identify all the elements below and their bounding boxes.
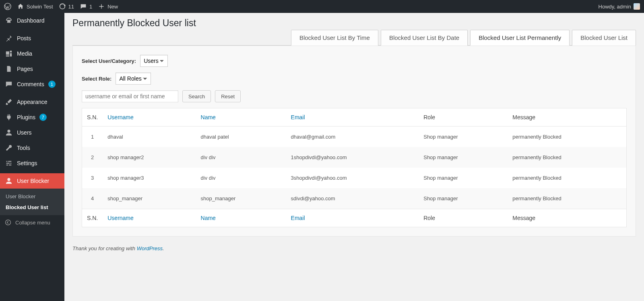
menu-user-blocker[interactable]: User Blocker [0, 173, 64, 189]
sort-email[interactable]: Email [291, 114, 305, 120]
th-username: Username [103, 108, 196, 127]
select-user-category-label: Select User/Category: [82, 58, 136, 64]
comments-badge: 1 [48, 81, 56, 88]
menu-comments[interactable]: Comments 1 [0, 77, 64, 92]
tab-strip: Blocked User List By TimeBlocked User Li… [72, 29, 636, 46]
pin-icon [5, 34, 13, 42]
th-sn: S.N. [82, 108, 103, 127]
select-role[interactable]: All Roles [116, 73, 151, 85]
sort-name-foot[interactable]: Name [201, 215, 216, 221]
cell-message: permanently Blocked [508, 168, 626, 188]
user-blocker-submenu: User Blocker Blocked User list [0, 189, 64, 215]
menu-user-blocker-label: User Blocker [17, 178, 49, 184]
menu-tools-label: Tools [17, 145, 30, 151]
user-icon [5, 177, 13, 185]
site-link[interactable]: Solwin Test [17, 3, 53, 10]
admin-sidebar: Dashboard Posts Media Pages Comments 1 A… [0, 13, 64, 260]
tab-3[interactable]: Blocked User List [572, 30, 636, 46]
admin-topbar: Solwin Test 11 1 New Howdy, admin [0, 0, 644, 13]
search-input[interactable] [82, 90, 178, 102]
tab-2[interactable]: Blocked User List Permanently [470, 30, 570, 46]
menu-media[interactable]: Media [0, 46, 64, 61]
page-icon [5, 65, 13, 73]
sort-username[interactable]: Username [107, 114, 134, 120]
cell-message: permanently Blocked [508, 188, 626, 209]
menu-appearance-label: Appearance [17, 99, 47, 105]
howdy-text: Howdy, admin [599, 4, 631, 10]
menu-posts[interactable]: Posts [0, 31, 64, 46]
brush-icon [5, 98, 13, 106]
menu-plugins[interactable]: Plugins 7 [0, 110, 64, 125]
tf-name: Name [196, 209, 286, 227]
submenu-blocked-list[interactable]: Blocked User list [0, 202, 64, 213]
cell-name: dhaval patel [196, 127, 286, 147]
updates-count: 11 [68, 4, 74, 10]
footer-prefix: Thank you for creating with [72, 245, 137, 251]
plus-icon [98, 3, 105, 10]
sort-name[interactable]: Name [201, 114, 216, 120]
menu-pages[interactable]: Pages [0, 61, 64, 77]
submenu-user-blocker[interactable]: User Blocker [0, 191, 64, 202]
menu-users[interactable]: Users [0, 125, 64, 140]
tf-role: Role [419, 209, 508, 227]
menu-appearance[interactable]: Appearance [0, 94, 64, 110]
menu-plugins-label: Plugins [17, 114, 35, 120]
cell-message: permanently Blocked [508, 127, 626, 147]
cell-username: shop manager3 [103, 168, 196, 188]
updates-link[interactable]: 11 [59, 3, 74, 10]
footer: Thank you for creating with WordPress. [64, 237, 644, 260]
tf-message: Message [508, 209, 626, 227]
menu-settings-label: Settings [17, 160, 37, 166]
filter-card: Select User/Category: Users Select Role:… [72, 46, 636, 237]
tf-email: Email [286, 209, 419, 227]
page-title: Permanently Blocked User list [72, 13, 636, 32]
cell-username: shop_manager [103, 188, 196, 209]
menu-settings[interactable]: Settings [0, 156, 64, 171]
menu-media-label: Media [17, 50, 32, 57]
cell-sn: 1 [82, 127, 103, 147]
footer-suffix: . [163, 245, 164, 251]
wordpress-icon [4, 3, 11, 10]
reset-button[interactable]: Reset [215, 90, 241, 102]
tf-username: Username [103, 209, 196, 227]
cell-email: 1shopdivdi@yahoo.com [286, 147, 419, 168]
plugins-badge: 7 [39, 114, 47, 121]
wp-logo[interactable] [4, 3, 11, 10]
th-role: Role [419, 108, 508, 127]
cell-role: Shop manager [419, 147, 508, 168]
site-name-text: Solwin Test [27, 4, 53, 10]
menu-posts-label: Posts [17, 35, 31, 42]
sort-email-foot[interactable]: Email [291, 215, 305, 221]
search-button[interactable]: Search [182, 90, 211, 102]
sort-username-foot[interactable]: Username [107, 215, 134, 221]
cell-name: div div [196, 168, 286, 188]
new-link[interactable]: New [98, 3, 118, 10]
refresh-icon [59, 3, 66, 10]
select-role-label: Select Role: [82, 76, 111, 82]
cell-name: shop_manager [196, 188, 286, 209]
cell-message: permanently Blocked [508, 147, 626, 168]
menu-pages-label: Pages [17, 66, 33, 72]
collapse-menu[interactable]: Collapse menu [0, 215, 64, 230]
menu-tools[interactable]: Tools [0, 140, 64, 156]
howdy-link[interactable]: Howdy, admin [599, 3, 640, 10]
tab-1[interactable]: Blocked User List By Date [381, 30, 468, 46]
comment-icon [5, 80, 13, 88]
tab-0[interactable]: Blocked User List By Time [291, 30, 378, 46]
user-icon [5, 129, 13, 137]
footer-wordpress-link[interactable]: WordPress [137, 245, 163, 251]
media-icon [5, 50, 13, 58]
select-user-category[interactable]: Users [140, 55, 168, 67]
th-message: Message [508, 108, 626, 127]
menu-dashboard[interactable]: Dashboard [0, 13, 64, 28]
cell-sn: 4 [82, 188, 103, 209]
table-row: 1dhavaldhaval pateldhaval@gmail.comShop … [82, 127, 627, 147]
cell-username: shop manager2 [103, 147, 196, 168]
comments-count: 1 [89, 4, 92, 10]
comments-link[interactable]: 1 [80, 3, 92, 10]
menu-comments-label: Comments [17, 81, 44, 87]
cell-username: dhaval [103, 127, 196, 147]
cell-email: 3shopdivdi@yahoo.com [286, 168, 419, 188]
menu-dashboard-label: Dashboard [17, 17, 45, 24]
dashboard-icon [5, 17, 13, 25]
